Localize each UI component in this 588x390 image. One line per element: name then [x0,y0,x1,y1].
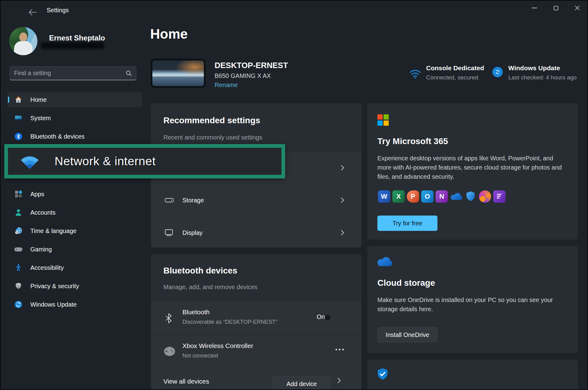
sidebar-item-label: Time & language [30,228,76,235]
sidebar-item-label: Accessibility [30,264,64,271]
sidebar-item-label: Windows Update [30,301,77,308]
m365-app-icons: W X P O N [378,190,506,203]
sidebar-item-label: Home [30,96,47,103]
sidebar-item-label: Privacy & security [30,283,79,290]
sidebar-item-accounts[interactable]: Accounts [7,205,142,220]
row-subtitle: Discoverable as “DESKTOP-ERNEST” [182,319,277,325]
promo-title: Try Microsoft 365 [377,136,448,146]
row-title: Bluetooth [182,308,210,316]
apps-icon [14,190,23,198]
bluetooth-icon [14,132,23,141]
add-device-button[interactable]: Add device [273,376,331,390]
designer-icon [479,190,491,203]
xbox-controller-row[interactable]: Xbox Wireless Controller Not connected [151,335,362,368]
network-status-title: Console Dedicated [426,64,484,72]
wifi-status-icon [409,68,421,79]
clipchamp-icon [493,190,506,203]
avatar[interactable] [9,27,37,55]
gaming-icon [14,245,23,254]
page-title: Home [150,26,188,42]
install-onedrive-button[interactable]: Install OneDrive [377,327,437,342]
sidebar-item-home[interactable]: Home [7,92,142,107]
promo-title: Cloud storage [377,278,435,288]
settings-row-storage[interactable]: Storage [151,184,362,216]
security-shield-icon [377,368,388,381]
chevron-right-icon [341,197,344,203]
display-icon [165,229,173,236]
close-button[interactable] [568,1,586,15]
selected-indicator [8,97,9,103]
chevron-right-icon [338,378,341,383]
xbox-controller-icon [163,345,176,358]
storage-icon [165,197,174,203]
onenote-icon: N [436,190,448,203]
user-name: Ernest Sheptalo [49,34,105,42]
card-subtitle: Manage, add, and remove devices [163,284,258,291]
search-input[interactable] [10,70,126,77]
powerpoint-icon: P [407,190,419,203]
settings-row-label: Storage [182,197,204,204]
sidebar-item-label: System [30,115,51,122]
device-model: B650 GAMING X AX [215,72,271,79]
sidebar-item-time-language[interactable]: Time & language [7,223,142,239]
bluetooth-devices-card: Bluetooth devices Manage, add, and remov… [151,254,362,390]
home-icon [14,95,23,104]
microsoft-365-card: Try Microsoft 365 Experience desktop ver… [367,103,578,240]
system-icon [14,114,23,122]
defender-icon [464,190,477,203]
promo-body: Experience desktop versions of apps like… [377,154,565,181]
windows-security-card [367,359,578,390]
back-button[interactable] [28,8,37,17]
update-status-subtitle: Last checked: 4 hours ago [508,74,577,81]
bluetooth-glyph-icon [165,313,172,324]
sidebar-item-system[interactable]: System [7,110,142,126]
window-title: Settings [47,7,69,14]
sidebar-item-label: Apps [30,191,44,198]
settings-row-display[interactable]: Display [151,216,362,248]
chevron-right-icon [341,165,344,170]
excel-icon: X [392,190,405,203]
sidebar-item-privacy-security[interactable]: Privacy & security [7,278,142,294]
device-thumbnail [151,59,205,88]
outlook-icon: O [421,190,433,203]
sidebar-item-windows-update[interactable]: Windows Update [7,297,142,312]
accessibility-icon [14,263,23,272]
search-icon [126,70,132,76]
promo-body: Make sure OneDrive is installed on your … [377,295,565,314]
device-name: DESKTOP-ERNEST [215,61,288,70]
search-box[interactable] [10,66,136,80]
row-label: View all devices [163,378,209,385]
sidebar-item-bluetooth-devices[interactable]: Bluetooth & devices [7,129,142,144]
windows-update-status-icon [492,67,503,77]
row-title: Xbox Wireless Controller [182,342,253,350]
sidebar-item-gaming[interactable]: Gaming [7,242,142,257]
toggle-state-label: On [317,313,325,320]
toggle-knob [325,315,330,320]
user-email-redacted [41,42,104,49]
update-status-title: Windows Update [508,64,560,72]
sidebar-item-label: Gaming [30,246,52,253]
onedrive-icon [450,190,462,203]
bluetooth-toggle-row[interactable]: Bluetooth Discoverable as “DESKTOP-ERNES… [151,301,362,335]
more-options-icon[interactable] [335,348,344,351]
view-all-devices-row[interactable]: View all devices Add device [151,368,362,390]
card-title: Bluetooth devices [163,266,237,276]
wifi-icon [20,153,40,170]
cloud-storage-card: Cloud storage Make sure OneDrive is inst… [367,246,578,353]
row-subtitle: Not connected [182,353,218,359]
sidebar-item-accessibility[interactable]: Accessibility [7,260,142,275]
settings-row-label: Display [182,229,203,236]
maximize-button[interactable] [547,1,565,15]
network-status-subtitle: Connected, secured [426,74,478,81]
sidebar-item-apps[interactable]: Apps [7,186,142,202]
rename-link[interactable]: Rename [215,82,238,89]
try-for-free-button[interactable]: Try for free [377,216,437,231]
onedrive-cloud-icon [377,256,393,267]
accounts-icon [14,208,23,217]
zoom-highlight-network-internet[interactable]: Network & internet [4,144,285,178]
minimize-button[interactable] [525,1,543,15]
card-title: Recommended settings [163,116,260,125]
word-icon: W [378,190,390,203]
time-language-icon [14,227,23,235]
sidebar-item-label: Bluetooth & devices [30,133,85,140]
